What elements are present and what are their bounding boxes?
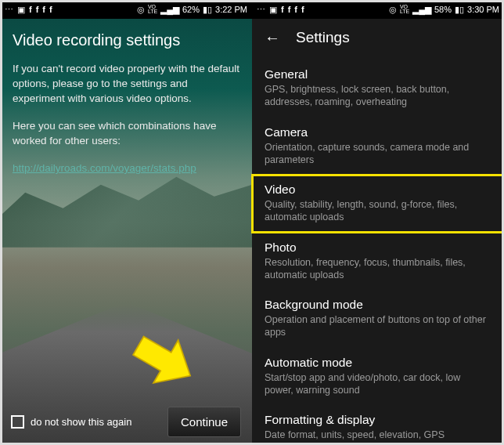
do-not-show-row[interactable]: do not show this again [11,415,131,429]
continue-button[interactable]: Continue [167,407,241,437]
signal-icon: ▂▄▆ [412,5,431,15]
setting-sub: Quality, stability, length, sound, g-for… [265,198,491,224]
status-right-icons: ◎ VOLTE ▂▄▆ 62% ▮▯ 3:22 PM [137,5,247,15]
facebook-icon: f [42,5,45,14]
facebook-icon: f [294,5,297,14]
setting-background-mode[interactable]: Background mode Operation and placement … [252,290,504,348]
back-arrow-icon[interactable]: ← [265,29,280,47]
facebook-icon: f [49,5,52,14]
volte-icon: VOLTE [148,5,157,15]
setting-title: Background mode [265,298,491,312]
battery-icon: ▮▯ [455,5,464,15]
setting-sub: Operation and placement of buttons on to… [265,313,491,339]
setting-sub: Start/stop app and video/photo, car dock… [265,371,491,397]
app-dots-icon: ⋯ [257,5,265,15]
battery-icon: ▮▯ [203,5,212,15]
setting-sub: Orientation, capture sounds, camera mode… [265,141,491,167]
stats-link[interactable]: http://dailyroads.com/voyager/stats.php [13,162,196,174]
facebook-icon: f [301,5,304,14]
facebook-icon: f [36,5,39,14]
dialog-para2: Here you can see which combinations have… [13,119,239,149]
setting-formatting-display[interactable]: Formatting & display Date format, units,… [252,405,504,445]
setting-video[interactable]: Video Quality, stability, length, sound,… [252,175,504,233]
battery-pct: 58% [434,5,452,14]
settings-list: General GPS, brightness, lock screen, ba… [252,56,504,445]
setting-automatic-mode[interactable]: Automatic mode Start/stop app and video/… [252,348,504,406]
target-icon: ◎ [137,5,145,15]
setting-sub: Date format, units, speed, elevation, GP… [265,429,491,441]
appbar: ← Settings [252,19,504,56]
status-bar-left: ⋯ ▣ f f f f ◎ VOLTE ▂▄▆ 62% ▮▯ 3:22 PM [0,0,252,19]
setting-sub: GPS, brightness, lock screen, back butto… [265,83,491,109]
battery-pct: 62% [182,5,200,14]
setting-sub: Resolution, frequency, focus, thumbnails… [265,256,491,282]
status-left-icons: ⋯ ▣ f f f f [5,5,52,15]
app-square-icon: ▣ [17,5,25,15]
setting-photo[interactable]: Photo Resolution, frequency, focus, thum… [252,233,504,291]
do-not-show-checkbox[interactable] [11,415,24,429]
signal-icon: ▂▄▆ [160,5,179,15]
status-bar-right: ⋯ ▣ f f f f ◎ VOLTE ▂▄▆ 58% ▮▯ 3:30 PM [252,0,504,19]
setting-title: Photo [265,241,491,255]
right-screenshot: ⋯ ▣ f f f f ◎ VOLTE ▂▄▆ 58% ▮▯ 3:30 PM ←… [252,0,504,445]
dialog-content: Video recording settings If you can't re… [0,19,252,187]
status-right-icons: ◎ VOLTE ▂▄▆ 58% ▮▯ 3:30 PM [389,5,499,15]
dialog-title: Video recording settings [13,31,239,49]
setting-title: Automatic mode [265,356,491,370]
facebook-icon: f [288,5,291,14]
dialog-para1: If you can't record video properly with … [13,62,239,107]
setting-title: General [265,67,491,81]
bottom-bar: do not show this again Continue [0,398,252,445]
setting-general[interactable]: General GPS, brightness, lock screen, ba… [252,60,504,118]
setting-title: Formatting & display [265,413,491,427]
clock: 3:30 PM [467,5,499,14]
status-left-icons: ⋯ ▣ f f f f [257,5,304,15]
facebook-icon: f [281,5,284,14]
clock: 3:22 PM [215,5,247,14]
appbar-title: Settings [296,29,350,46]
app-dots-icon: ⋯ [5,5,13,15]
setting-camera[interactable]: Camera Orientation, capture sounds, came… [252,118,504,175]
left-screenshot: ⋯ ▣ f f f f ◎ VOLTE ▂▄▆ 62% ▮▯ 3:22 PM V… [0,0,252,445]
volte-icon: VOLTE [400,5,409,15]
setting-title: Video [265,183,491,197]
facebook-icon: f [29,5,32,14]
setting-title: Camera [265,125,491,139]
target-icon: ◎ [389,5,397,15]
app-square-icon: ▣ [269,5,277,15]
do-not-show-label: do not show this again [31,416,131,428]
